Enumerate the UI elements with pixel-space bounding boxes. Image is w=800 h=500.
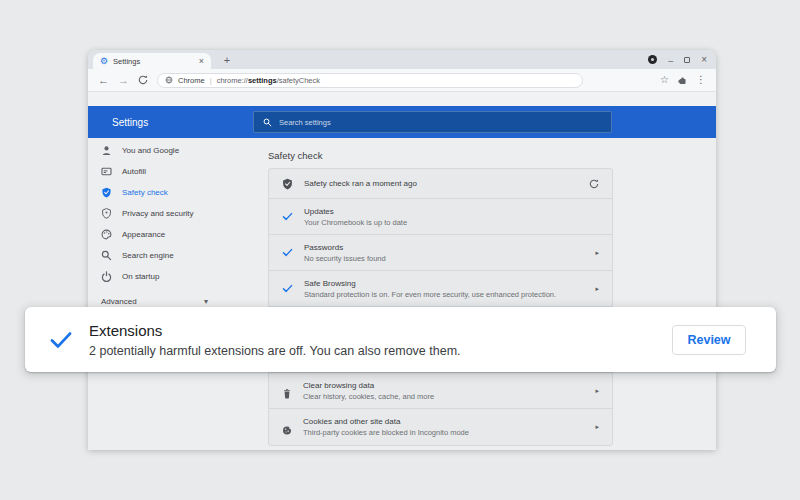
sidebar-item-on-startup[interactable]: On startup (88, 266, 250, 287)
trash-icon (282, 385, 292, 396)
search-icon (263, 118, 272, 127)
advanced-label: Advanced (101, 297, 137, 306)
sidebar-item-label: Search engine (122, 251, 174, 260)
page-title: Safety check (268, 150, 613, 161)
row-title: Cookies and other site data (303, 417, 584, 426)
status-indicator-icon (648, 55, 657, 64)
tab-strip: ⚙ Settings × + – × (88, 50, 716, 69)
chevron-right-icon: ▸ (595, 387, 599, 395)
palette-icon (101, 229, 112, 240)
bookmark-star-icon[interactable]: ☆ (660, 75, 669, 85)
url-bold-segment: settings (248, 76, 277, 85)
globe-icon (165, 76, 173, 84)
callout-title: Extensions (89, 322, 672, 339)
settings-content: You and Google Autofill Safety check Pri… (88, 138, 716, 450)
status-text: Safety check ran a moment ago (304, 179, 578, 188)
close-icon[interactable]: × (701, 55, 707, 65)
row-subtitle: Third-party cookies are blocked in Incog… (303, 428, 584, 437)
restore-icon[interactable] (684, 57, 690, 63)
new-tab-button[interactable]: + (219, 53, 235, 69)
settings-sidebar: You and Google Autofill Safety check Pri… (88, 140, 250, 310)
check-icon (282, 248, 293, 257)
privacy-shield-icon (101, 208, 112, 219)
back-icon[interactable]: ← (98, 75, 109, 86)
settings-title: Settings (112, 117, 148, 128)
chevron-right-icon: ▸ (595, 285, 599, 293)
sidebar-item-label: Safety check (122, 188, 168, 197)
tab-title: Settings (113, 57, 194, 66)
settings-header: Settings Search settings (88, 106, 716, 138)
safety-check-section: Safety check Safety check ran a moment a… (268, 138, 613, 446)
row-safe-browsing[interactable]: Safe Browsing Standard protection is on.… (269, 271, 612, 307)
sidebar-item-autofill[interactable]: Autofill (88, 161, 250, 182)
browser-toolbar: ← → Chrome | chrome://settings/safetyChe… (88, 69, 716, 92)
browser-window: ⚙ Settings × + – × ← → Chrome | chrom (88, 50, 716, 450)
settings-gear-icon: ⚙ (100, 57, 108, 66)
row-subtitle: Your Chromebook is up to date (304, 218, 599, 227)
autofill-icon (101, 166, 112, 177)
check-icon (49, 330, 73, 350)
shield-badge-icon (282, 178, 293, 190)
browser-menu-icon[interactable]: ⋮ (696, 75, 706, 85)
window-controls: – × (648, 50, 707, 69)
tab-settings[interactable]: ⚙ Settings × (93, 53, 211, 69)
chevron-right-icon: ▸ (595, 423, 599, 431)
chevron-down-icon: ▾ (204, 297, 208, 306)
tab-close-icon[interactable]: × (199, 57, 204, 66)
callout-text: Extensions 2 potentially harmful extensi… (89, 322, 672, 358)
sidebar-item-label: Privacy and security (122, 209, 194, 218)
extensions-puzzle-icon[interactable] (678, 76, 687, 85)
extensions-callout: Extensions 2 potentially harmful extensi… (25, 307, 776, 372)
row-subtitle: No security issues found (304, 254, 584, 263)
magnifier-icon (101, 250, 112, 261)
check-icon (282, 212, 293, 221)
shield-check-icon (101, 187, 112, 198)
forward-icon[interactable]: → (118, 75, 129, 86)
sidebar-item-safety-check[interactable]: Safety check (88, 182, 250, 203)
page-top-strip (88, 92, 716, 106)
check-icon (282, 284, 293, 293)
site-label: Chrome (178, 76, 205, 85)
power-icon (101, 271, 112, 282)
row-clear-browsing-data[interactable]: Clear browsing data Clear history, cooki… (269, 373, 612, 409)
sidebar-item-label: Autofill (122, 167, 146, 176)
sidebar-item-privacy-and-security[interactable]: Privacy and security (88, 203, 250, 224)
url-prefix: chrome:// (217, 76, 248, 85)
callout-subtitle: 2 potentially harmful extensions are off… (89, 344, 672, 358)
row-title: Clear browsing data (303, 381, 584, 390)
reload-icon[interactable] (138, 75, 148, 85)
row-updates[interactable]: Updates Your Chromebook is up to date (269, 199, 612, 235)
cookie-icon (282, 422, 292, 433)
sidebar-item-label: On startup (122, 272, 159, 281)
row-passwords[interactable]: Passwords No security issues found ▸ (269, 235, 612, 271)
row-subtitle: Clear history, cookies, cache, and more (303, 392, 584, 401)
url-suffix: /safetyCheck (277, 76, 320, 85)
row-subtitle: Standard protection is on. For even more… (304, 290, 584, 299)
safety-check-status-row: Safety check ran a moment ago (269, 169, 612, 199)
address-bar[interactable]: Chrome | chrome://settings/safetyCheck (157, 73, 583, 88)
minimize-icon[interactable]: – (668, 57, 673, 66)
row-cookies-site-data[interactable]: Cookies and other site data Third-party … (269, 409, 612, 445)
url-divider: | (210, 76, 212, 85)
chevron-right-icon: ▸ (595, 249, 599, 257)
sidebar-item-label: Appearance (122, 230, 165, 239)
row-title: Passwords (304, 243, 584, 252)
sidebar-item-you-and-google[interactable]: You and Google (88, 140, 250, 161)
row-title: Updates (304, 207, 599, 216)
person-icon (101, 145, 112, 156)
sidebar-item-appearance[interactable]: Appearance (88, 224, 250, 245)
row-title: Safe Browsing (304, 279, 584, 288)
search-placeholder: Search settings (279, 118, 331, 127)
search-input[interactable]: Search settings (253, 111, 612, 133)
sidebar-item-search-engine[interactable]: Search engine (88, 245, 250, 266)
run-again-refresh-icon[interactable] (589, 179, 599, 189)
url-text: chrome://settings/safetyCheck (217, 76, 320, 85)
review-button[interactable]: Review (672, 325, 746, 355)
sidebar-item-label: You and Google (122, 146, 179, 155)
